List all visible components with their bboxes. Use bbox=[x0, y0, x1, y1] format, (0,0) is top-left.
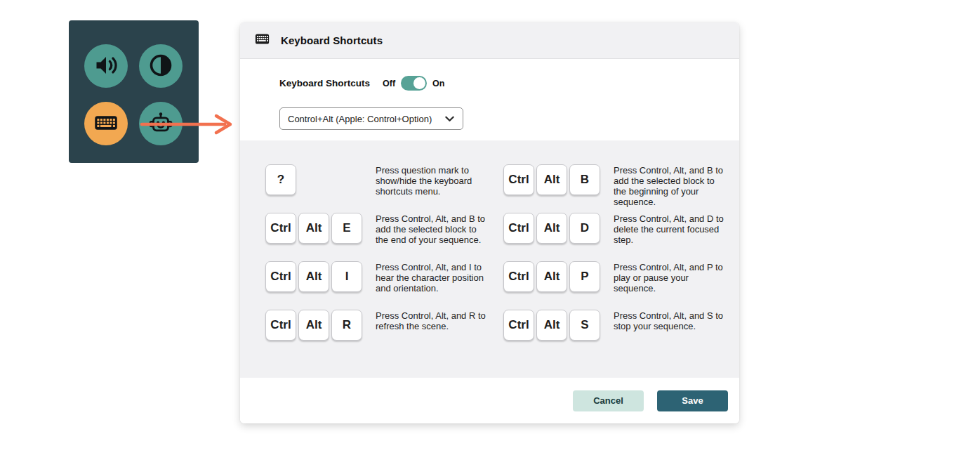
key-group: Ctrl Alt R bbox=[265, 310, 362, 341]
key-cap: Alt bbox=[536, 164, 567, 195]
shortcut-item: Ctrl Alt S Press Control, Alt, and S to … bbox=[503, 310, 739, 358]
keyboard-button[interactable] bbox=[84, 102, 128, 145]
shortcut-description: Press Control, Alt, and B to add the sel… bbox=[376, 213, 489, 245]
keyboard-icon bbox=[93, 110, 119, 138]
key-cap: I bbox=[331, 261, 362, 292]
key-cap: R bbox=[331, 310, 362, 341]
shortcut-item: ? Press question mark to show/hide the k… bbox=[265, 164, 503, 213]
key-cap: Alt bbox=[298, 261, 329, 292]
save-button[interactable]: Save bbox=[657, 390, 728, 411]
key-cap: Alt bbox=[298, 310, 329, 341]
shortcut-description: Press Control, Alt, and R to refresh the… bbox=[376, 310, 489, 331]
volume-button[interactable] bbox=[84, 44, 128, 88]
shortcut-item: Ctrl Alt E Press Control, Alt, and B to … bbox=[265, 213, 503, 261]
keyboard-shortcuts-toggle[interactable] bbox=[401, 76, 427, 91]
contrast-icon bbox=[148, 53, 173, 80]
shortcut-description: Press Control, Alt, and I to hear the ch… bbox=[376, 261, 489, 294]
modal-controls: Keyboard Shortcuts Off On Control+Alt (A… bbox=[240, 59, 739, 140]
shortcut-item: Ctrl Alt B Press Control, Alt, and B to … bbox=[503, 164, 739, 213]
chevron-down-icon bbox=[439, 114, 454, 124]
shortcut-description: Press Control, Alt, and S to stop your s… bbox=[614, 310, 727, 331]
key-group: Ctrl Alt S bbox=[503, 310, 600, 341]
shortcut-item: Ctrl Alt P Press Control, Alt, and P to … bbox=[503, 261, 739, 310]
shortcuts-grid: ? Press question mark to show/hide the k… bbox=[265, 164, 739, 358]
modal-header: Keyboard Shortcuts bbox=[240, 22, 739, 59]
key-cap: Ctrl bbox=[503, 261, 534, 292]
key-cap: B bbox=[569, 164, 600, 195]
modifier-key-dropdown[interactable]: Control+Alt (Apple: Control+Option) bbox=[279, 107, 463, 130]
keyboard-shortcuts-modal: Keyboard Shortcuts Keyboard Shortcuts Of… bbox=[240, 22, 739, 423]
key-cap: Alt bbox=[298, 213, 329, 244]
key-cap: Ctrl bbox=[503, 213, 534, 244]
shortcut-item: Ctrl Alt I Press Control, Alt, and I to … bbox=[265, 261, 503, 310]
toggle-on-label: On bbox=[432, 79, 444, 88]
key-cap: Ctrl bbox=[503, 164, 534, 195]
toggle-row: Keyboard Shortcuts Off On bbox=[279, 76, 739, 91]
shortcuts-section: ? Press question mark to show/hide the k… bbox=[240, 140, 739, 378]
key-cap: Ctrl bbox=[265, 261, 296, 292]
keyboard-icon bbox=[253, 32, 272, 49]
key-cap: Ctrl bbox=[265, 213, 296, 244]
key-group: Ctrl Alt D bbox=[503, 213, 600, 244]
key-group: Ctrl Alt E bbox=[265, 213, 362, 244]
shortcut-description: Press Control, Alt, and B to add the sel… bbox=[614, 164, 727, 207]
key-cap: P bbox=[569, 261, 600, 292]
key-cap: Alt bbox=[536, 213, 567, 244]
accessibility-panel bbox=[69, 20, 199, 163]
screen: Keyboard Shortcuts Keyboard Shortcuts Of… bbox=[0, 0, 980, 455]
toggle-label: Keyboard Shortcuts bbox=[279, 78, 370, 88]
key-cap: Ctrl bbox=[503, 310, 534, 341]
cancel-button[interactable]: Cancel bbox=[573, 390, 644, 411]
key-group: Ctrl Alt P bbox=[503, 261, 600, 292]
key-group: Ctrl Alt B bbox=[503, 164, 600, 195]
key-cap: Ctrl bbox=[265, 310, 296, 341]
key-cap: Alt bbox=[536, 261, 567, 292]
key-cap: E bbox=[331, 213, 362, 244]
volume-icon bbox=[93, 53, 119, 80]
contrast-button[interactable] bbox=[139, 44, 183, 88]
toggle-knob bbox=[413, 77, 425, 89]
key-group: Ctrl Alt I bbox=[265, 261, 362, 292]
key-cap: ? bbox=[265, 164, 296, 195]
shortcut-item: Ctrl Alt D Press Control, Alt, and D to … bbox=[503, 213, 739, 261]
shortcut-description: Press question mark to show/hide the key… bbox=[376, 164, 489, 197]
pointer-arrow-icon bbox=[138, 111, 239, 138]
key-group: ? bbox=[265, 164, 362, 195]
key-cap: D bbox=[569, 213, 600, 244]
key-cap: Alt bbox=[536, 310, 567, 341]
key-cap: S bbox=[569, 310, 600, 341]
modal-title: Keyboard Shortcuts bbox=[281, 34, 383, 46]
modal-footer: Cancel Save bbox=[240, 378, 739, 423]
shortcut-description: Press Control, Alt, and P to play or pau… bbox=[614, 261, 727, 294]
shortcut-item: Ctrl Alt R Press Control, Alt, and R to … bbox=[265, 310, 503, 358]
dropdown-value: Control+Alt (Apple: Control+Option) bbox=[288, 114, 432, 124]
shortcut-description: Press Control, Alt, and D to delete the … bbox=[614, 213, 727, 245]
toggle-off-label: Off bbox=[383, 79, 395, 88]
